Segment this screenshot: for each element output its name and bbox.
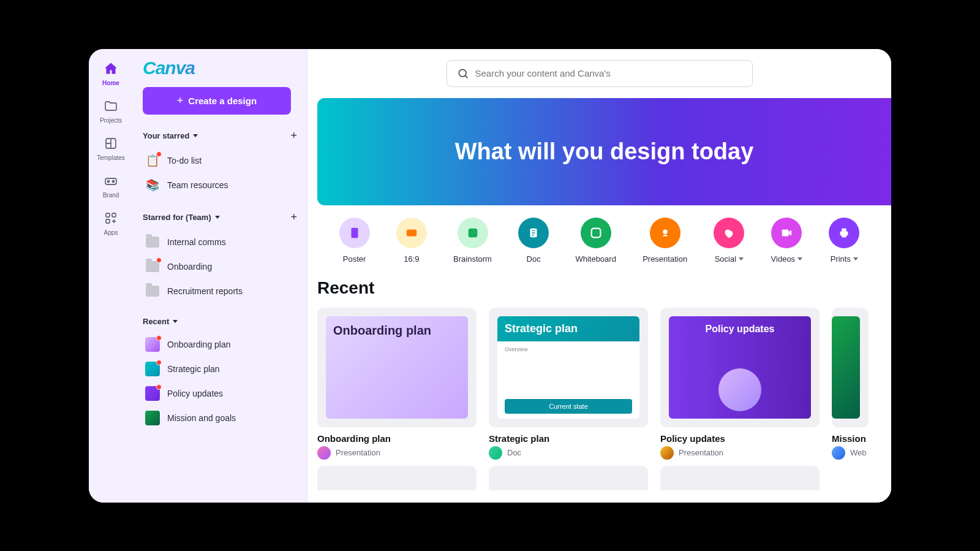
cat-whiteboard[interactable]: Whiteboard: [575, 218, 616, 264]
rail-label: Projects: [100, 117, 122, 124]
section-starred-team[interactable]: Starred for (Team) +: [143, 211, 297, 224]
layout-icon: [102, 135, 119, 152]
whiteboard-icon: [581, 218, 611, 248]
chevron-down-icon: [173, 320, 178, 323]
canva-logo: Canva: [143, 58, 297, 78]
search-input[interactable]: [475, 68, 742, 78]
rail-label: Home: [102, 80, 119, 86]
item-label: Onboarding: [167, 262, 212, 272]
cat-videos[interactable]: Videos: [771, 218, 803, 264]
cat-label: 16:9: [404, 254, 419, 264]
next-row: [307, 460, 891, 490]
cat-label: Doc: [527, 254, 541, 264]
card-thumb: [832, 308, 869, 427]
doc-icon: [518, 218, 549, 248]
svg-rect-17: [842, 234, 846, 237]
folder-icon: [102, 97, 119, 115]
cat-label: Brainstorm: [453, 254, 492, 264]
card-onboarding-plan[interactable]: Onboarding plan Onboarding plan Presenta…: [317, 308, 477, 460]
search-bar[interactable]: [447, 60, 753, 87]
main-content: What will you design today Poster 16:9 B…: [307, 49, 891, 503]
item-label: Internal comms: [167, 237, 226, 247]
recent-list: Onboarding plan Strategic plan Policy up…: [143, 332, 297, 430]
hero-text: What will you design today: [455, 139, 754, 165]
recent-strategic-plan[interactable]: Strategic plan: [143, 357, 297, 381]
design-thumb: [145, 362, 160, 376]
social-icon: [714, 218, 744, 248]
home-icon: [102, 60, 119, 77]
card-type: Doc: [507, 448, 521, 457]
recent-mission-goals[interactable]: Mission and goals: [143, 406, 297, 430]
print-icon: [829, 218, 859, 248]
avatar: [317, 446, 331, 460]
hero-banner: What will you design today: [317, 98, 891, 205]
card-type: Presentation: [679, 448, 723, 457]
card-policy-updates[interactable]: Policy updates Policy updates Presentati…: [660, 308, 820, 460]
clipboard-icon: 📋: [145, 153, 160, 168]
chevron-down-icon: [797, 257, 802, 260]
cat-brainstorm[interactable]: Brainstorm: [453, 218, 492, 264]
item-label: Team resources: [167, 180, 228, 190]
card-title: Strategic plan: [489, 433, 648, 444]
nav-rail: Home Projects Templates Brand Apps: [89, 49, 133, 503]
section-title: Your starred: [143, 131, 189, 140]
apps-icon: [102, 210, 119, 227]
folder-icon: [145, 259, 160, 274]
recent-onboarding-plan[interactable]: Onboarding plan: [143, 332, 297, 357]
card-thumb: Onboarding plan: [317, 308, 477, 427]
recent-policy-updates[interactable]: Policy updates: [143, 381, 297, 406]
card-strategic-plan[interactable]: Strategic plan Overview Current state St…: [489, 308, 648, 460]
avatar: [660, 446, 674, 460]
design-thumb: [145, 337, 160, 352]
search-wrap: [307, 60, 891, 87]
starred-item-todo[interactable]: 📋 To-do list: [143, 148, 297, 173]
add-icon[interactable]: +: [290, 129, 297, 142]
cat-label: Videos: [771, 254, 803, 264]
card-title: Mission: [832, 433, 869, 444]
svg-rect-12: [591, 228, 600, 237]
rail-brand[interactable]: Brand: [89, 172, 133, 199]
rail-apps[interactable]: Apps: [89, 210, 133, 236]
cat-poster[interactable]: Poster: [339, 218, 370, 264]
card-meta: Doc: [489, 446, 648, 460]
svg-rect-16: [842, 228, 846, 231]
card-thumb: Policy updates: [660, 308, 820, 427]
avatar: [832, 446, 845, 460]
create-label: Create a design: [188, 96, 257, 106]
cat-label: Presentation: [643, 254, 687, 264]
cat-presentation[interactable]: Presentation: [643, 218, 687, 264]
svg-point-13: [663, 229, 667, 234]
cat-social[interactable]: Social: [714, 218, 744, 264]
app-frame: Home Projects Templates Brand Apps: [89, 49, 891, 503]
item-label: Recruitment reports: [167, 286, 243, 296]
svg-rect-8: [351, 227, 358, 238]
add-icon[interactable]: +: [290, 211, 297, 224]
card-placeholder[interactable]: [317, 466, 477, 490]
card-placeholder[interactable]: [489, 466, 648, 490]
cat-16-9[interactable]: 16:9: [396, 218, 427, 264]
folder-recruitment[interactable]: Recruitment reports: [143, 279, 297, 303]
rail-templates[interactable]: Templates: [89, 135, 133, 161]
card-mission[interactable]: Mission Web: [832, 308, 869, 460]
rail-label: Brand: [103, 192, 119, 199]
card-meta: Presentation: [660, 446, 820, 460]
cat-prints[interactable]: Prints: [829, 218, 859, 264]
chevron-down-icon: [853, 257, 858, 260]
create-design-button[interactable]: + Create a design: [143, 87, 291, 115]
recent-cards: Onboarding plan Onboarding plan Presenta…: [307, 308, 891, 460]
rail-home[interactable]: Home: [89, 60, 133, 86]
design-thumb: [145, 386, 160, 401]
section-your-starred[interactable]: Your starred +: [143, 129, 297, 142]
card-placeholder[interactable]: [660, 466, 820, 490]
section-recent[interactable]: Recent: [143, 317, 297, 326]
folder-internal-comms[interactable]: Internal comms: [143, 230, 297, 254]
svg-rect-5: [112, 213, 116, 217]
svg-rect-10: [468, 228, 477, 237]
plus-icon: +: [177, 94, 184, 107]
sidebar: Canva + Create a design Your starred + 📋…: [133, 49, 307, 503]
folder-onboarding[interactable]: Onboarding: [143, 254, 297, 279]
starred-item-team-resources[interactable]: 📚 Team resources: [143, 173, 297, 197]
rail-projects[interactable]: Projects: [89, 97, 133, 124]
cat-doc[interactable]: Doc: [518, 218, 549, 264]
item-label: Mission and goals: [167, 413, 236, 423]
